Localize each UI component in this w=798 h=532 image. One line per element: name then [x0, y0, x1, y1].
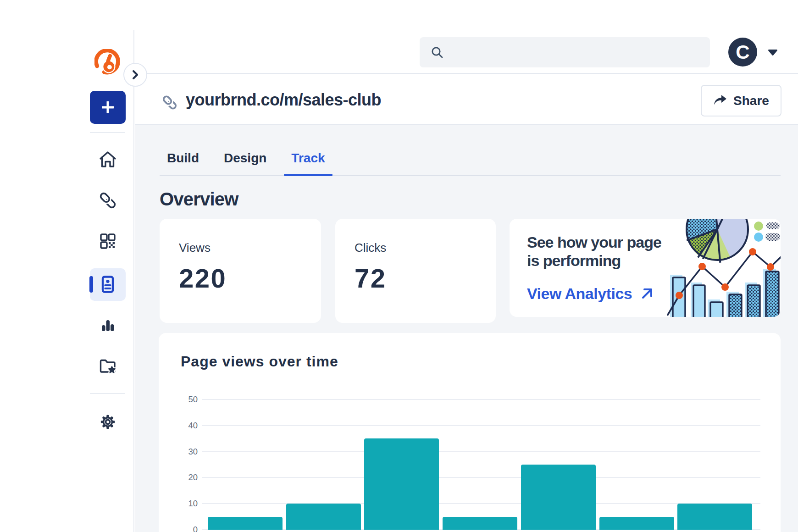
sidebar-item-qr-codes[interactable] [98, 231, 118, 251]
chart-ytick-label: 20 [159, 472, 198, 483]
analytics-promo-card: See how your page is performing View Ana… [510, 219, 781, 317]
overview-heading: Overview [160, 188, 238, 210]
sidebar [81, 30, 134, 532]
search-input[interactable] [420, 37, 710, 67]
chart-bar [443, 517, 517, 530]
clicks-value: 72 [355, 264, 387, 293]
chart-gridline [202, 503, 760, 504]
avatar-initial: C [736, 41, 749, 63]
avatar[interactable]: C [728, 38, 757, 66]
chart-ytick-label: 50 [159, 394, 198, 405]
chart-bar [286, 504, 361, 530]
url-link-icon [162, 94, 177, 111]
sidebar-divider-bottom [90, 393, 125, 394]
chart-gridline [202, 477, 760, 478]
chart-gridline [202, 399, 760, 400]
sidebar-item-home[interactable] [98, 150, 118, 170]
create-new-button[interactable] [90, 91, 126, 124]
views-label: Views [179, 239, 211, 256]
chart-ytick-label: 10 [159, 498, 198, 509]
sidebar-item-analytics[interactable] [98, 315, 118, 335]
plus-icon [102, 101, 114, 113]
view-analytics-label: View Analytics [527, 283, 632, 304]
share-button-label: Share [733, 94, 769, 108]
page-url: yourbrnd.co/m/sales-club [186, 90, 381, 110]
chart-bar [364, 438, 439, 530]
sidebar-collapse-button[interactable] [123, 63, 147, 87]
sidebar-item-campaigns[interactable] [98, 356, 118, 376]
chart-ytick-label: 40 [159, 420, 198, 431]
clicks-label: Clicks [355, 239, 386, 256]
views-value: 220 [179, 264, 227, 293]
chart-bar [599, 517, 674, 530]
tab-track[interactable]: Track [284, 148, 332, 175]
chart-gridline [202, 425, 760, 426]
chart-ytick-label: 30 [159, 446, 198, 457]
folder-star-icon [98, 356, 118, 376]
main-content: Build Design Track Overview Views 220 Cl… [135, 125, 798, 532]
tab-design[interactable]: Design [216, 148, 274, 175]
page-views-card: Page views over time 50403020100 [159, 333, 781, 532]
chart-gridline [202, 451, 760, 452]
top-bar: C [135, 30, 798, 74]
pages-icon [98, 274, 118, 294]
gear-icon [98, 412, 118, 432]
tab-build[interactable]: Build [160, 148, 206, 175]
chart-title: Page views over time [181, 353, 338, 370]
app-window: C yourbrnd.co/m/sales-club [81, 30, 798, 532]
promo-title: See how your page is performing [527, 233, 661, 270]
bar-chart-icon [98, 315, 118, 335]
chart-bar [677, 504, 752, 530]
chart-ytick-label: 0 [159, 524, 198, 532]
sidebar-divider-top [90, 132, 125, 133]
views-stat-card: Views 220 [160, 219, 321, 323]
avatar-menu-caret-icon[interactable] [768, 49, 778, 56]
tab-bar: Build Design Track [160, 148, 781, 176]
analytics-illustration [667, 219, 781, 317]
arrow-up-right-icon [641, 288, 653, 299]
bitly-logo [94, 49, 121, 76]
view-analytics-link[interactable]: View Analytics [527, 283, 653, 304]
link-row: yourbrnd.co/m/sales-club Share [135, 74, 798, 125]
clicks-stat-card: Clicks 72 [335, 219, 496, 323]
sidebar-item-links[interactable] [98, 190, 118, 211]
search-icon [430, 45, 444, 59]
share-icon [713, 94, 727, 107]
sidebar-item-settings[interactable] [98, 412, 118, 432]
link-icon [98, 190, 118, 211]
home-icon [98, 150, 118, 170]
chevron-right-icon [131, 69, 140, 80]
chart-bar [521, 465, 596, 530]
chart-bar [208, 517, 283, 530]
active-nav-indicator [89, 276, 93, 293]
qr-code-icon [98, 231, 118, 251]
share-button[interactable]: Share [701, 85, 781, 116]
sidebar-item-pages[interactable] [98, 274, 118, 294]
